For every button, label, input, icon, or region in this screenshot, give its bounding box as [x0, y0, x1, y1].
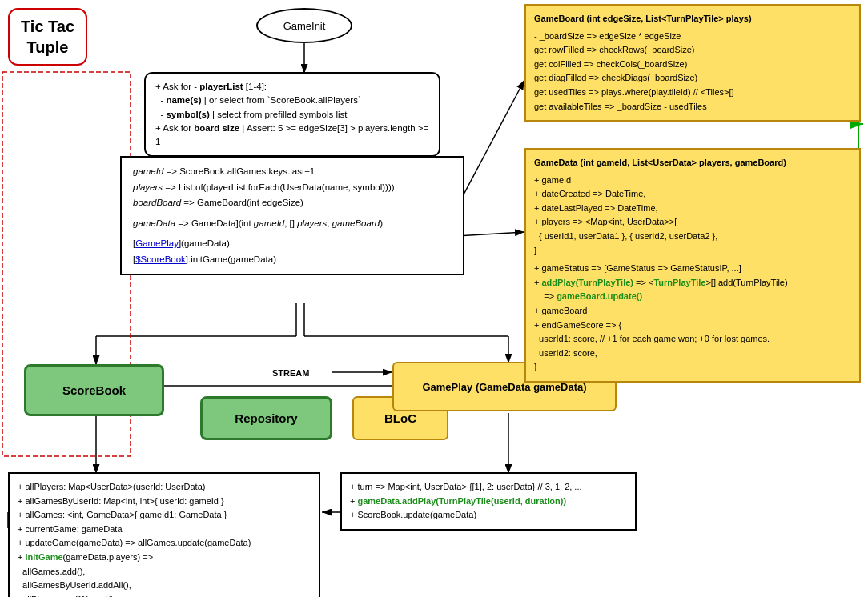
scorebook-label: ScoreBook: [62, 383, 126, 397]
gpd-line2: + gameData.addPlay(TurnPlayTile(userId, …: [350, 495, 627, 509]
gd-line9: => gameBoard.update(): [534, 290, 851, 304]
stream-label: STREAM: [272, 368, 309, 378]
gd-line2: + dateCreated => DateTime,: [534, 187, 851, 202]
gpd-line3: + ScoreBook.update(gameData): [350, 508, 627, 523]
sd-line8: allGamesByUserId.addAll(),: [18, 579, 311, 593]
gd-line5: { userId1, userData1 }, { userId2, userD…: [534, 230, 851, 244]
sd-line6: + initGame(gameData.players) =>: [18, 551, 311, 565]
gb-line5: get usedTiles => plays.where(play.tileId…: [534, 86, 851, 100]
gpd-line1: + turn => Map<int, UserData> {[1], 2: us…: [350, 480, 627, 495]
gamedata-detail-box: GameData (int gameId, List<UserData> pla…: [524, 148, 861, 383]
flow-line6: [$ScoreBook].initGame(gameData): [133, 252, 452, 268]
gameplay-detail-box: + turn => Map<int, UserData> {[1], 2: us…: [340, 472, 637, 531]
gd-line7: + gameStatus => [GameStatus => GameStatu…: [534, 262, 851, 276]
gb-line1: - _boardSize => edgeSize * edgeSize: [534, 30, 851, 44]
gd-line6: ]: [534, 244, 851, 258]
gd-line10: + gameBoard: [534, 304, 851, 319]
sd-line2: + allGamesByUserId: Map<int, int>{ userI…: [18, 495, 311, 509]
sd-line7: allGames.add(),: [18, 565, 311, 579]
gd-line1: + gameId: [534, 174, 851, 188]
ask-line2: - name(s) | or select from `ScoreBook.al…: [155, 94, 429, 107]
gb-line3: get colFilled => checkCols(_boardSize): [534, 58, 851, 72]
gd-line14: }: [534, 360, 851, 375]
gd-line11: + endGameScore => {: [534, 319, 851, 333]
gameinit-node: GameInit: [256, 8, 352, 43]
title-box: Tic Tac Tuple: [8, 8, 87, 66]
ask-for-box: + Ask for - playerList [1-4]: - name(s) …: [144, 72, 440, 157]
flow-line4: gameData => GameData](int gameId, [] pla…: [133, 216, 452, 232]
svg-line-11: [456, 80, 524, 208]
scorebook-detail-box: + allPlayers: Map<UserData>(userId: User…: [8, 472, 320, 597]
gd-line13: userId2: score,: [534, 347, 851, 361]
sd-line3: + allGames: <int, GameData>{ gameId1: Ga…: [18, 508, 311, 523]
gd-line3: + dateLastPlayed => DateTime,: [534, 202, 851, 216]
svg-line-12: [456, 232, 524, 236]
flow-line5: [GamePlay](gameData): [133, 236, 452, 252]
gd-line12: userId1: score, // +1 for each game won;…: [534, 332, 851, 347]
repository-label: Repository: [235, 411, 297, 425]
title-line2: Tuple: [27, 38, 69, 56]
gamedata-title: GameData (int gameId, List<UserData> pla…: [534, 156, 851, 170]
gb-line4: get diagFilled => checkDiags(_boardSize): [534, 71, 851, 86]
flow-line1: gameId => ScoreBook.allGames.keys.last+1: [133, 164, 452, 180]
diagram-container: Tic Tac Tuple GameInit + Ask for - playe…: [0, 0, 868, 597]
sd-line1: + allPlayers: Map<UserData>(userId: User…: [18, 480, 311, 495]
gameinit-label: GameInit: [283, 20, 326, 32]
bloc-label: BLoC: [384, 411, 416, 425]
title-line1: Tic Tac: [21, 18, 74, 35]
flow-line3: boardBoard => GameBoard(int edgeSize): [133, 195, 452, 211]
sd-line5: + updateGame(gameData) => allGames.updat…: [18, 536, 311, 551]
ask-line3: - symbol(s) | select from prefilled symb…: [155, 108, 429, 122]
scorebook-node: ScoreBook: [24, 364, 164, 416]
gb-line6: get availableTiles => _boardSize - usedT…: [534, 100, 851, 114]
gameboard-detail-box: GameBoard (int edgeSize, List<TurnPlayTi…: [524, 4, 861, 122]
sd-line4: + currentGame: gameData: [18, 523, 311, 537]
ask-line1: + Ask for - playerList [1-4]:: [155, 80, 429, 94]
sd-line9: allPlayers.putIfAbsent(),: [18, 593, 311, 597]
flow-line2: players => List.of(playerList.forEach(Us…: [133, 180, 452, 196]
ask-line4: + Ask for board size | Assert: 5 >= edge…: [155, 122, 429, 150]
repository-node: Repository: [200, 396, 332, 440]
gb-line2: get rowFilled => checkRows(_boardSize): [534, 43, 851, 58]
gd-line4: + players => <Map<int, UserData>>[: [534, 215, 851, 230]
gd-line8: + addPlay(TurnPlayTile) => <TurnPlayTile…: [534, 276, 851, 290]
gameboard-title: GameBoard (int edgeSize, List<TurnPlayTi…: [534, 12, 851, 26]
gameid-flow-box: gameId => ScoreBook.allGames.keys.last+1…: [120, 156, 464, 275]
